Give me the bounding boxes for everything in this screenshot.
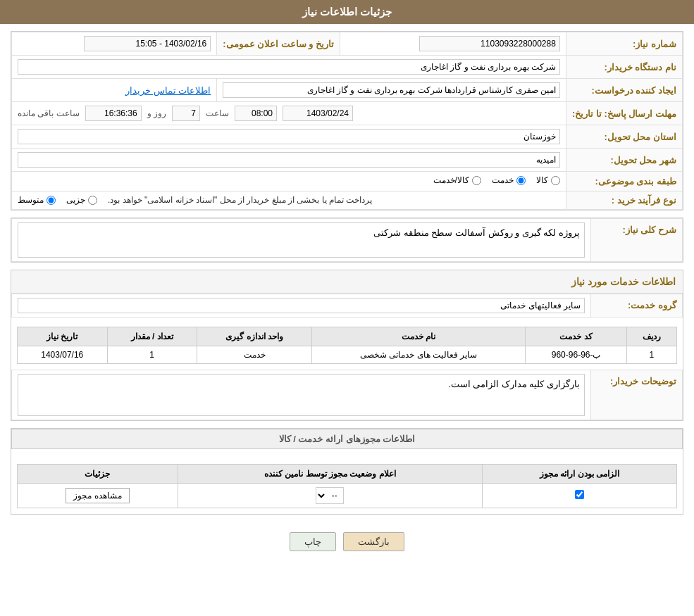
row-category: طبقه بندی موضوعی: کالا/خدمت خدمت <box>12 172 683 191</box>
label-motavasset: متوسط <box>18 195 44 205</box>
view-permit-button[interactable]: مشاهده مجوز <box>66 488 129 503</box>
radio-kala-khedmat: کالا/خدمت <box>433 175 481 185</box>
row-city: شهر محل تحویل: <box>12 149 683 172</box>
label-province: استان محل تحویل: <box>566 125 682 149</box>
radio-kala-input[interactable] <box>551 176 560 185</box>
value-province <box>12 125 566 149</box>
permits-section: اطلاعات مجوزهای ارائه خدمت / کالا الزامی… <box>11 428 683 515</box>
label-buyer-notes: توضیحات خریدار: <box>591 370 683 420</box>
services-section-title: اطلاعات خدمات مورد نیاز <box>11 270 683 294</box>
print-button[interactable]: چاپ <box>290 532 336 551</box>
permits-data-table: الزامی بودن ارائه مجوز اعلام وضعیت مجوز … <box>17 464 677 508</box>
col-header-name: نام خدمت <box>312 327 526 346</box>
need-description-section: شرح کلی نیاز: پروژه لکه گیری و روکش آسفا… <box>11 218 683 263</box>
info-table: شماره نیاز: تاریخ و ساعت اعلان عمومی: نا… <box>11 32 683 210</box>
cell-status: -- <box>178 483 482 508</box>
cell-unit: خدمت <box>197 346 311 363</box>
services-table-body: 1 ب-96-96-960 سایر فعالیت های خدماتی شخص… <box>18 346 677 363</box>
row-province: استان محل تحویل: <box>12 125 683 149</box>
services-data-table: ردیف کد خدمت نام خدمت واحد اندازه گیری ت… <box>17 327 677 364</box>
row-buyer-notes: توضیحات خریدار: بارگزاری کلیه مدارک الزا… <box>12 370 683 420</box>
remaining-input[interactable] <box>85 106 142 121</box>
row-buyer-org: نام دستگاه خریدار: <box>12 56 683 79</box>
label-process: نوع فرآیند خرید : <box>566 191 682 209</box>
row-need-number: شماره نیاز: تاریخ و ساعت اعلان عمومی: <box>12 32 683 56</box>
province-input[interactable] <box>18 129 560 144</box>
cell-qty: 1 <box>107 346 197 363</box>
cell-row: 1 <box>626 346 676 363</box>
permits-header-row: الزامی بودن ارائه مجوز اعلام وضعیت مجوز … <box>18 464 677 483</box>
process-row: متوسط جزیی پرداخت تمام یا بخشی از مبلغ خ… <box>18 195 560 205</box>
creator-input[interactable] <box>223 82 560 98</box>
need-desc-box: پروژه لکه گیری و روکش آسفالت سطح منطقه ش… <box>18 222 585 258</box>
main-content: شماره نیاز: تاریخ و ساعت اعلان عمومی: نا… <box>0 24 694 569</box>
label-kala: کالا <box>536 175 548 185</box>
contact-link[interactable]: اطلاعات تماس خریدار <box>125 85 211 96</box>
city-input[interactable] <box>18 152 560 168</box>
label-category: طبقه بندی موضوعی: <box>566 172 682 191</box>
category-radio-group: کالا/خدمت خدمت کالا <box>433 175 560 185</box>
label-khedmat: خدمت <box>492 175 514 185</box>
page-container: جزئیات اطلاعات نیاز شماره نیاز: تاریخ و … <box>0 0 694 616</box>
process-radio-group: متوسط جزیی <box>18 195 97 205</box>
service-group-input[interactable] <box>18 298 585 313</box>
permits-section-title: اطلاعات مجوزهای ارائه خدمت / کالا <box>11 429 683 449</box>
value-category: کالا/خدمت خدمت کالا <box>12 172 566 191</box>
need-desc-text: پروژه لکه گیری و روکش آسفالت سطح منطقه ش… <box>373 227 580 238</box>
services-section: اطلاعات خدمات مورد نیاز گروه خدمت: ردیف … <box>11 270 683 421</box>
radio-kala-khedmat-input[interactable] <box>472 176 481 185</box>
col-header-qty: تعداد / مقدار <box>107 327 197 346</box>
value-need-desc: پروژه لکه گیری و روکش آسفالت سطح منطقه ش… <box>12 218 591 261</box>
label-city: شهر محل تحویل: <box>566 149 682 172</box>
permits-table-wrapper: الزامی بودن ارائه مجوز اعلام وضعیت مجوز … <box>11 455 683 514</box>
radio-jozei-input[interactable] <box>88 196 97 205</box>
date-input[interactable] <box>283 106 353 121</box>
label-kala-khedmat: کالا/خدمت <box>433 175 469 185</box>
label-creator: ایجاد کننده درخواست: <box>566 79 682 102</box>
row-response-deadline: مهلت ارسال پاسخ: تا تاریخ: ساعت باقی مان… <box>12 102 683 125</box>
services-table-header: ردیف کد خدمت نام خدمت واحد اندازه گیری ت… <box>18 327 677 346</box>
permits-header: الزامی بودن ارائه مجوز اعلام وضعیت مجوز … <box>18 464 677 483</box>
col-header-date: تاریخ نیاز <box>18 327 108 346</box>
value-announcement-date <box>12 32 217 56</box>
value-service-group <box>12 294 591 317</box>
radio-motavasset-input[interactable] <box>47 196 56 205</box>
permits-table-row: -- مشاهده مجوز <box>18 483 677 508</box>
announcement-date-input[interactable] <box>84 36 211 51</box>
label-buyer-org: نام دستگاه خریدار: <box>566 56 682 79</box>
row-service-group: گروه خدمت: <box>12 294 683 317</box>
page-header: جزئیات اطلاعات نیاز <box>0 0 694 24</box>
row-need-desc: شرح کلی نیاز: پروژه لکه گیری و روکش آسفا… <box>12 218 683 261</box>
days-input[interactable] <box>172 106 200 121</box>
time-input[interactable] <box>235 106 277 121</box>
permits-table-body: -- مشاهده مجوز <box>18 483 677 508</box>
radio-khedmat: خدمت <box>492 175 526 185</box>
services-table-row: 1 ب-96-96-960 سایر فعالیت های خدماتی شخص… <box>18 346 677 363</box>
label-need-number: شماره نیاز: <box>566 32 682 56</box>
radio-kala: کالا <box>536 175 560 185</box>
cell-code: ب-96-96-960 <box>526 346 626 363</box>
col-header-code: کد خدمت <box>526 327 626 346</box>
row-creator: ایجاد کننده درخواست: اطلاعات تماس خریدار <box>12 79 683 102</box>
back-button[interactable]: بازگشت <box>343 532 404 551</box>
value-process: متوسط جزیی پرداخت تمام یا بخشی از مبلغ خ… <box>12 191 566 209</box>
deadline-row: ساعت باقی مانده روز و ساعت <box>18 106 560 121</box>
value-city <box>12 149 566 172</box>
col-header-unit: واحد اندازه گیری <box>197 327 311 346</box>
cell-required <box>483 483 677 508</box>
required-checkbox[interactable] <box>575 490 584 499</box>
buyer-org-input[interactable] <box>18 59 560 75</box>
label-response-deadline: مهلت ارسال پاسخ: تا تاریخ: <box>566 102 682 125</box>
status-select[interactable]: -- <box>316 487 344 504</box>
info-section: شماره نیاز: تاریخ و ساعت اعلان عمومی: نا… <box>11 31 683 210</box>
radio-khedmat-input[interactable] <box>516 176 526 185</box>
col-header-required: الزامی بودن ارائه مجوز <box>483 464 677 483</box>
services-header-row: ردیف کد خدمت نام خدمت واحد اندازه گیری ت… <box>18 327 677 346</box>
row-process: نوع فرآیند خرید : متوسط جزیی <box>12 191 683 209</box>
radio-jozei: جزیی <box>66 195 97 205</box>
remaining-label: ساعت باقی مانده <box>18 108 80 118</box>
need-number-input[interactable] <box>419 36 560 51</box>
services-info-table: گروه خدمت: <box>11 294 683 318</box>
footer-buttons: چاپ بازگشت <box>11 522 683 562</box>
cell-name: سایر فعالیت های خدماتی شخصی <box>312 346 526 363</box>
